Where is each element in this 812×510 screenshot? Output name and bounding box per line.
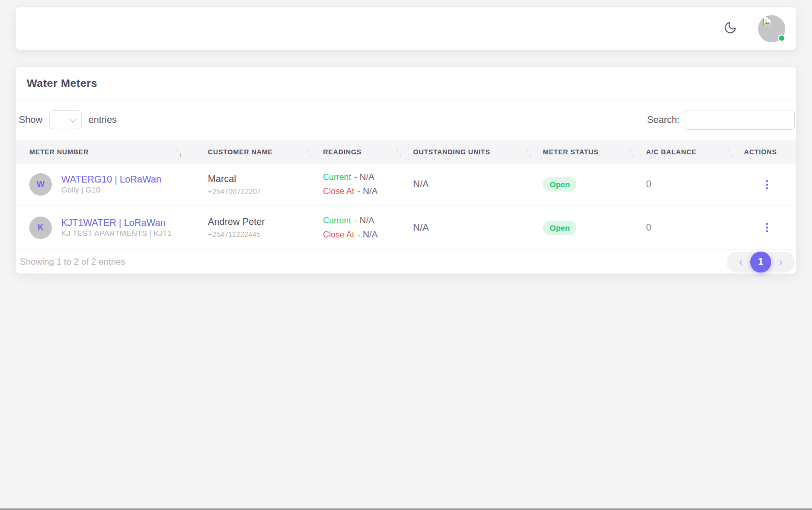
chevron-left-icon: ‹ — [739, 256, 743, 268]
outstanding-units-value: N/A — [413, 222, 429, 233]
column-header-outstanding-units[interactable]: OUTSTANDING UNITS ↑↓ — [413, 140, 543, 164]
table-controls: Show entries Search: — [16, 99, 796, 140]
sort-icon: ↑↓ — [177, 148, 181, 156]
customer-phone: +254700712207 — [208, 187, 323, 196]
column-header-ac-balance[interactable]: A/C BALANCE ↑↓ — [646, 140, 744, 164]
column-label: METER NUMBER — [29, 148, 88, 156]
page-length-select[interactable] — [49, 110, 82, 129]
pagination-page-1-button[interactable]: 1 — [750, 252, 771, 273]
column-header-meter-status[interactable]: METER STATUS ↑↓ — [543, 140, 646, 164]
meter-number-link[interactable]: WATERG10 | LoRaWan — [61, 174, 161, 185]
column-label: CUSTOMER NAME — [208, 148, 273, 156]
kebab-icon — [766, 223, 768, 225]
sort-icon: ↑↓ — [527, 148, 530, 156]
user-avatar[interactable] — [758, 15, 785, 42]
column-label: A/C BALANCE — [646, 148, 696, 156]
sort-icon: ↑↓ — [397, 148, 401, 156]
row-actions-menu-button[interactable] — [761, 221, 773, 234]
outstanding-units-value: N/A — [413, 179, 429, 189]
pagination-next-button[interactable]: › — [771, 253, 790, 271]
chevron-right-icon: › — [779, 256, 783, 268]
meter-detail: Golly | G10 — [61, 185, 101, 194]
page-length-control: Show entries — [19, 110, 117, 129]
column-label: ACTIONS — [744, 148, 777, 156]
search-label: Search: — [647, 115, 680, 126]
column-header-meter-number[interactable]: METER NUMBER ↑↓ — [16, 140, 208, 164]
show-label: Show — [19, 115, 42, 126]
ac-balance-value: 0 — [646, 222, 651, 233]
table-row: K KJT1WATER | LoRaWan KJ TEST APARTMENTS… — [16, 206, 796, 250]
reading-close-value: - N/A — [358, 230, 378, 240]
moon-icon — [724, 21, 737, 36]
search-control: Search: — [647, 110, 795, 130]
column-header-actions: ACTIONS — [744, 140, 796, 164]
column-label: READINGS — [323, 148, 361, 156]
broken-image-icon — [762, 16, 773, 29]
top-navbar — [16, 7, 796, 50]
row-actions-menu-button[interactable] — [761, 178, 773, 191]
customer-phone: +254711222445 — [208, 230, 323, 239]
reading-close-at: Close At - N/A — [323, 186, 413, 197]
reading-current-label: Current — [323, 173, 351, 182]
reading-current: Current - N/A — [323, 216, 413, 226]
sort-icon: ↑↓ — [307, 148, 310, 156]
page-title: Water Meters — [27, 77, 97, 89]
meter-number-link[interactable]: KJT1WATER | LoRaWan — [61, 218, 172, 229]
customer-name: Andrew Peter — [208, 217, 323, 228]
online-status-dot — [778, 35, 785, 42]
meter-avatar: K — [29, 217, 52, 239]
table-header-row: METER NUMBER ↑↓ CUSTOMER NAME ↑↓ READING… — [16, 140, 796, 164]
theme-toggle-button[interactable] — [722, 21, 738, 37]
sort-icon: ↑↓ — [630, 148, 633, 156]
reading-close-label: Close At — [323, 230, 354, 240]
status-badge: Open — [543, 221, 576, 235]
table-row: W WATERG10 | LoRaWan Golly | G10 Marcal … — [16, 164, 796, 206]
pagination: ‹ 1 › — [727, 252, 795, 273]
pagination-prev-button[interactable]: ‹ — [731, 253, 750, 271]
water-meters-table: METER NUMBER ↑↓ CUSTOMER NAME ↑↓ READING… — [16, 140, 796, 250]
card-header: Water Meters — [16, 67, 796, 99]
kebab-icon — [766, 180, 768, 182]
table-info-text: Showing 1 to 2 of 2 entries — [20, 257, 125, 267]
column-header-readings[interactable]: READINGS ↑↓ — [323, 140, 413, 164]
chevron-down-icon — [70, 116, 76, 123]
column-header-customer-name[interactable]: CUSTOMER NAME ↑↓ — [208, 140, 323, 164]
column-label: METER STATUS — [543, 148, 598, 156]
reading-current-value: - N/A — [354, 172, 374, 183]
status-badge: Open — [543, 177, 576, 191]
ac-balance-value: 0 — [646, 179, 651, 189]
entries-label: entries — [88, 115, 117, 126]
customer-name: Marcal — [208, 174, 323, 185]
sort-icon: ↑↓ — [728, 148, 731, 156]
column-label: OUTSTANDING UNITS — [413, 148, 490, 156]
reading-close-label: Close At — [323, 187, 354, 196]
water-meters-card: Water Meters Show entries Search: METER … — [16, 67, 796, 274]
table-footer: Showing 1 to 2 of 2 entries ‹ 1 › — [16, 250, 796, 274]
reading-close-at: Close At - N/A — [323, 230, 413, 240]
search-input[interactable] — [685, 110, 795, 130]
reading-current-value: - N/A — [354, 216, 374, 226]
reading-close-value: - N/A — [358, 186, 378, 197]
meter-avatar: W — [29, 173, 52, 196]
reading-current-label: Current — [323, 216, 351, 225]
meter-detail: KJ TEST APARTMENTS | KJT1 — [61, 229, 172, 237]
reading-current: Current - N/A — [323, 172, 413, 183]
